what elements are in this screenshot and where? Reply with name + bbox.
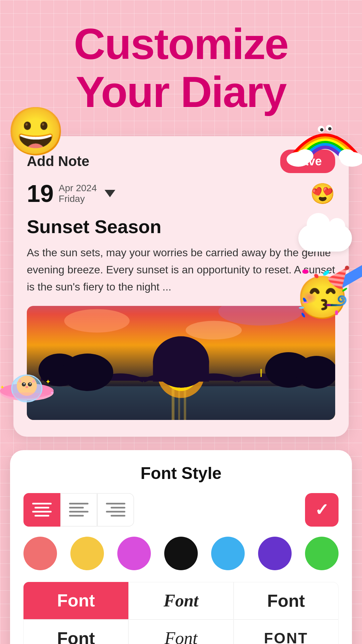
svg-rect-18	[172, 387, 174, 420]
date-day: 19	[27, 181, 54, 206]
align-right-icon	[106, 503, 125, 517]
diary-image	[27, 306, 335, 420]
svg-point-43	[28, 382, 32, 386]
align-right-button[interactable]	[97, 493, 134, 527]
date-month-year: Apr 2024	[59, 183, 97, 194]
font-option-3[interactable]: Font	[234, 582, 339, 620]
svg-point-1	[297, 149, 313, 163]
confirm-button[interactable]: ✓	[305, 493, 339, 527]
color-swatch-pink[interactable]	[23, 537, 57, 570]
font-option-6[interactable]: FONT	[234, 620, 339, 644]
font-label-4: Font	[57, 628, 95, 644]
svg-text:✦: ✦	[50, 390, 54, 395]
font-style-title: Font Style	[23, 464, 339, 483]
svg-rect-20	[184, 387, 186, 420]
color-swatch-magenta[interactable]	[117, 537, 151, 570]
diary-entry-title: Sunset Season	[27, 216, 335, 237]
date-row: 19 Apr 2024 Friday 😍	[27, 181, 335, 206]
color-swatch-black[interactable]	[164, 537, 198, 570]
color-swatches-row	[23, 537, 339, 570]
svg-point-46	[25, 386, 28, 388]
svg-point-12	[64, 309, 130, 332]
main-title: Customize Your Diary	[20, 20, 342, 116]
date-dropdown-icon[interactable]	[105, 190, 115, 197]
font-label-6: FONT	[264, 630, 308, 644]
color-swatch-yellow[interactable]	[70, 537, 104, 570]
font-label-3: Font	[267, 591, 305, 611]
svg-point-47	[7, 392, 47, 399]
title-line1: Customize	[20, 20, 342, 68]
font-option-2[interactable]: Font	[128, 582, 233, 620]
font-option-1[interactable]: Font	[23, 582, 128, 620]
svg-text:✦: ✦	[0, 384, 4, 390]
alignment-row: ✓	[23, 493, 339, 527]
align-center-button[interactable]	[23, 493, 60, 527]
cloud-sticker	[298, 225, 352, 252]
svg-point-14	[186, 321, 242, 339]
align-left-button[interactable]	[60, 493, 97, 527]
font-option-4[interactable]: Font	[23, 620, 128, 644]
mood-emoji[interactable]: 😍	[310, 182, 335, 206]
font-label-2: Font	[164, 591, 198, 610]
align-center-icon	[32, 503, 52, 517]
font-label-5: Font	[165, 628, 197, 644]
diary-entry-body: As the sun sets, may your worries be car…	[27, 244, 335, 296]
align-left-icon	[69, 503, 88, 517]
svg-point-42	[22, 382, 26, 386]
svg-rect-23	[260, 369, 262, 377]
svg-point-3	[339, 149, 355, 163]
svg-rect-19	[178, 387, 180, 420]
font-style-panel: Font Style	[10, 450, 352, 644]
font-label-1: Font	[57, 590, 95, 610]
rainbow-sticker	[285, 111, 362, 183]
date-details: Apr 2024 Friday	[59, 183, 97, 204]
check-icon: ✓	[315, 500, 329, 520]
page-container: Customize Your Diary 😀	[0, 0, 362, 644]
color-swatch-green[interactable]	[305, 537, 339, 570]
cat-ufo-sticker: ✦ ✦ ✦	[0, 359, 60, 423]
font-option-5[interactable]: Font	[128, 620, 233, 644]
font-style-grid: Font Font Font Font Font FONT Font	[23, 582, 339, 644]
svg-point-45	[29, 383, 31, 384]
happy-face-sticker: 😀	[7, 104, 65, 159]
svg-rect-17	[153, 361, 209, 382]
svg-point-26	[62, 354, 113, 391]
date-weekday: Friday	[59, 194, 97, 204]
color-swatch-blue[interactable]	[211, 537, 245, 570]
svg-point-44	[23, 383, 25, 384]
party-emoji-sticker: 🥳	[293, 265, 352, 320]
svg-text:✦: ✦	[45, 378, 51, 385]
svg-point-6	[320, 128, 323, 131]
color-swatch-purple[interactable]	[258, 537, 292, 570]
svg-point-7	[328, 127, 331, 130]
title-line2: Your Diary	[20, 68, 342, 116]
